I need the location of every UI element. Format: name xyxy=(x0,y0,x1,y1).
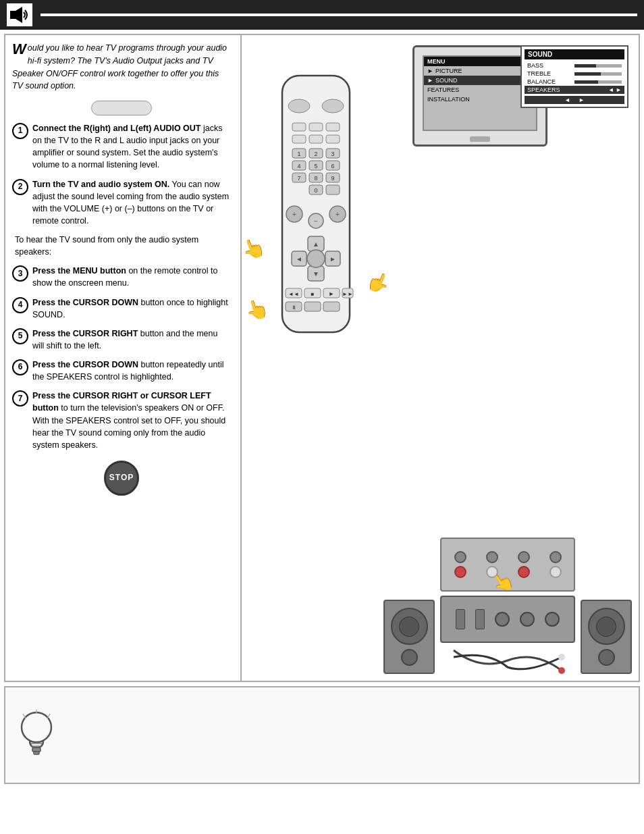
jack-1 xyxy=(454,551,466,563)
cables-svg xyxy=(440,647,575,674)
illustration-container: MENU ►PICTURE ►SOUND FEATURES INSTALLATI… xyxy=(242,35,639,681)
svg-marker-1 xyxy=(16,7,22,23)
svg-text:▼: ▼ xyxy=(313,270,319,278)
stop-badge-area: STOP xyxy=(12,461,231,496)
step-7: 7 Press the CURSOR RIGHT or CURSOR LEFT … xyxy=(12,390,231,451)
step-4-bold: Press the CURSOR DOWN xyxy=(32,298,138,307)
svg-text:+: + xyxy=(292,211,296,218)
step-7-rest: to turn the television's speakers ON or … xyxy=(32,403,225,449)
speaker-cone-small xyxy=(401,649,418,666)
tv-menu-header: MENU xyxy=(424,57,536,66)
jack-white-2 xyxy=(549,566,562,578)
svg-text:4: 4 xyxy=(297,163,300,170)
amp-dial-3 xyxy=(545,612,560,627)
right-illustration-panel: MENU ►PICTURE ►SOUND FEATURES INSTALLATI… xyxy=(242,35,639,681)
arrow-bar: ◄► xyxy=(525,96,624,104)
speaker-icon xyxy=(9,5,30,24)
left-instructions-panel: Would you like to hear TV programs throu… xyxy=(5,35,242,681)
plain-text-transition: To hear the TV sound from only the audio… xyxy=(12,234,231,258)
svg-rect-5 xyxy=(292,123,306,131)
svg-rect-31 xyxy=(326,185,340,194)
amp-dial-1 xyxy=(495,612,510,627)
svg-text:►: ► xyxy=(329,290,335,297)
sound-menu-title: SOUND xyxy=(525,49,624,59)
tip-box xyxy=(4,686,640,784)
step-2-bold: Turn the TV and audio system ON. xyxy=(32,180,169,189)
step-5-text: Press the CURSOR RIGHT button and the me… xyxy=(32,328,231,352)
svg-rect-7 xyxy=(326,123,340,131)
svg-rect-10 xyxy=(326,135,340,143)
step-5: 5 Press the CURSOR RIGHT button and the … xyxy=(12,328,231,352)
right-speaker-cone-large xyxy=(588,608,625,645)
remote-svg: 1 2 3 4 5 6 7 8 xyxy=(262,69,370,373)
tv-menu-item-features: FEATURES xyxy=(424,85,536,95)
jack-4 xyxy=(549,551,562,563)
svg-text:−: − xyxy=(314,217,318,225)
right-speaker xyxy=(581,600,632,674)
stop-label: STOP xyxy=(109,472,134,484)
svg-text:►►: ►► xyxy=(342,291,353,297)
step-3-bold: Press the MENU button xyxy=(32,266,126,276)
jack-red-1 xyxy=(454,566,466,578)
amplifier-unit xyxy=(440,596,575,643)
amp-slot-1 xyxy=(456,609,465,629)
step-5-num: 5 xyxy=(12,328,28,344)
svg-rect-8 xyxy=(292,135,306,143)
step-6-text: Press the CURSOR DOWN button repeatedly … xyxy=(32,359,231,383)
svg-rect-58 xyxy=(304,302,321,311)
tv-menu-area: MENU ►PICTURE ►SOUND FEATURES INSTALLATI… xyxy=(406,45,628,153)
svg-rect-57 xyxy=(323,302,340,311)
svg-text:◄◄: ◄◄ xyxy=(288,291,299,297)
svg-point-4 xyxy=(322,99,344,113)
svg-text:+: + xyxy=(336,211,340,218)
amp-dial-2 xyxy=(520,612,535,627)
jack-2 xyxy=(486,551,498,563)
svg-text:▲: ▲ xyxy=(313,240,319,248)
svg-point-61 xyxy=(22,712,51,742)
stop-button: STOP xyxy=(104,461,139,496)
right-speaker-cone-inner xyxy=(596,617,616,637)
step-2-text: Turn the TV and audio system ON. You can… xyxy=(32,178,231,228)
step-7-text: Press the CURSOR RIGHT or CURSOR LEFT bu… xyxy=(32,390,231,451)
drop-cap: W xyxy=(12,42,26,57)
intro-paragraph: Would you like to hear TV programs throu… xyxy=(12,42,231,93)
step-6-num: 6 xyxy=(12,359,28,375)
step-4: 4 Press the CURSOR DOWN button once to h… xyxy=(12,296,231,321)
header-bar xyxy=(0,0,644,30)
step-4-num: 4 xyxy=(12,297,28,313)
sound-item-speakers: SPEAKERS ◄ ► xyxy=(525,86,624,94)
tv-menu-item-sound: ►SOUND xyxy=(424,76,536,85)
speaker-icon-box xyxy=(7,3,32,26)
tv-menu-item-install: INSTALLATION xyxy=(424,95,536,104)
tv-stand xyxy=(470,136,490,142)
svg-text:►: ► xyxy=(329,255,336,263)
step-3-num: 3 xyxy=(12,265,28,282)
svg-point-59 xyxy=(558,667,565,674)
svg-rect-6 xyxy=(309,123,323,131)
svg-text:7: 7 xyxy=(297,175,300,182)
svg-point-60 xyxy=(558,654,565,660)
step-2-num: 2 xyxy=(12,179,28,195)
svg-rect-65 xyxy=(34,752,39,754)
center-unit xyxy=(440,538,575,674)
step-1: 1 Connect the R(ight) and L(eft) AUDIO O… xyxy=(12,122,231,172)
svg-text:9: 9 xyxy=(331,175,334,182)
step-3: 3 Press the MENU button on the remote co… xyxy=(12,265,231,289)
svg-text:⏸: ⏸ xyxy=(291,305,296,311)
speaker-cone-inner xyxy=(399,617,419,637)
sound-item-balance: BALANCE xyxy=(525,78,624,86)
jack-3 xyxy=(518,551,530,563)
main-content: Would you like to hear TV programs throu… xyxy=(4,34,640,682)
tv-menu-item-picture: ►PICTURE xyxy=(424,66,536,76)
intro-text: ould you like to hear TV programs throug… xyxy=(12,43,227,90)
step-4-text: Press the CURSOR DOWN button once to hig… xyxy=(32,296,231,321)
step-1-text: Connect the R(ight) and L(eft) AUDIO OUT… xyxy=(32,122,231,172)
svg-text:2: 2 xyxy=(314,151,317,157)
amp-slot-2 xyxy=(475,609,485,629)
sound-submenu-screen: SOUND BASS TREBLE BALANCE xyxy=(520,45,628,108)
svg-point-46 xyxy=(307,250,325,267)
sound-item-treble: TREBLE xyxy=(525,70,624,78)
svg-text:0: 0 xyxy=(314,187,317,194)
remote-control-illustration: 1 2 3 4 5 6 7 8 xyxy=(262,69,370,375)
svg-text:1: 1 xyxy=(297,151,300,157)
